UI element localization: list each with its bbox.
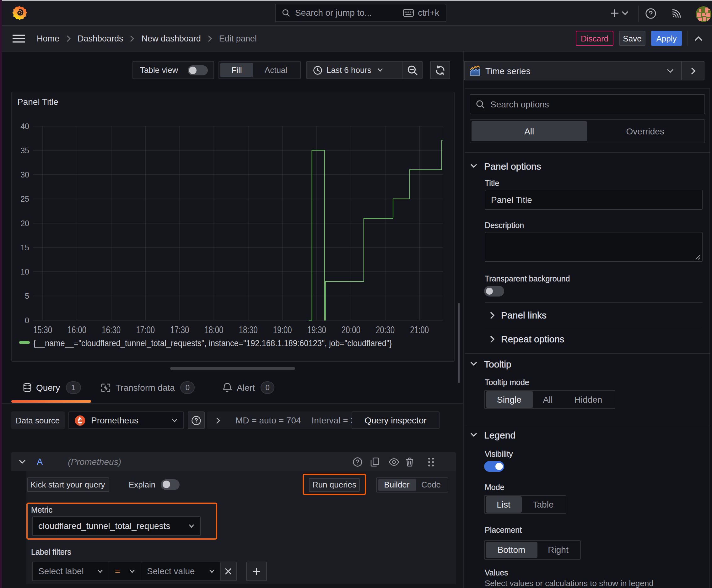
svg-text:19:30: 19:30 [307,324,326,335]
svg-text:17:30: 17:30 [170,324,189,335]
svg-text:40: 40 [20,122,29,131]
svg-text:21:00: 21:00 [410,324,429,335]
svg-text:20:30: 20:30 [376,324,395,335]
svg-text:18:00: 18:00 [204,324,223,335]
svg-text:20:00: 20:00 [342,324,360,335]
svg-text:10: 10 [20,267,29,276]
svg-text:15: 15 [20,243,29,252]
svg-text:18:30: 18:30 [239,324,258,335]
svg-text:20: 20 [20,219,29,228]
svg-text:19:00: 19:00 [273,324,292,335]
svg-text:16:00: 16:00 [67,324,86,335]
svg-text:35: 35 [20,146,29,155]
svg-text:15:30: 15:30 [33,324,52,335]
svg-text:5: 5 [25,292,29,300]
svg-text:16:30: 16:30 [102,324,121,335]
svg-text:30: 30 [20,170,29,179]
svg-text:25: 25 [20,194,29,203]
svg-text:0: 0 [25,316,29,325]
svg-text:17:00: 17:00 [136,324,155,335]
